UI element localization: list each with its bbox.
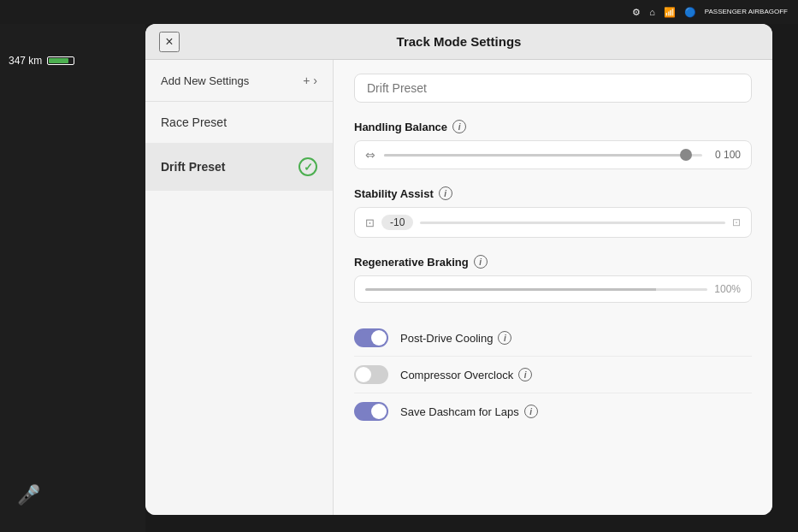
toggle-row-post-drive: Post-Drive Cooling i (354, 320, 752, 357)
sidebar-empty-space (145, 191, 333, 515)
stability-value-chip: -10 (381, 215, 413, 230)
regen-info-icon[interactable]: i (474, 255, 488, 269)
compressor-overclock-knob (356, 367, 371, 382)
regen-braking-section: Regenerative Braking i 100% (354, 255, 752, 303)
active-check-icon: ✓ (299, 157, 317, 176)
content-area: Handling Balance i ⇔ 0 100 Stability Ass… (334, 60, 772, 515)
range-value: 347 km (9, 55, 42, 67)
stability-assist-section: Stability Assist i ⊡ -10 ⊡ (354, 186, 752, 238)
regen-slider-value: 100% (714, 283, 741, 295)
status-bar: ⚙ ⌂ 📶 🔵 PASSENGER AIRBAGOFF (0, 0, 798, 24)
passenger-airbag-badge: PASSENGER AIRBAGOFF (705, 9, 788, 16)
compressor-overclock-label: Compressor Overclock i (400, 368, 532, 381)
stability-info-icon[interactable]: i (439, 186, 452, 200)
microphone-icon[interactable]: 🎤 (17, 484, 145, 506)
modal-title: Track Mode Settings (397, 34, 522, 49)
bluetooth-icon: 🔵 (684, 7, 696, 18)
regen-slider-track[interactable] (365, 288, 707, 291)
add-new-settings-item[interactable]: Add New Settings + › (145, 60, 333, 102)
handling-slider-value: 0 100 (711, 149, 741, 161)
battery-bar (47, 56, 74, 65)
status-right: ⚙ ⌂ 📶 🔵 PASSENGER AIRBAGOFF (632, 7, 788, 18)
stability-left-icon: ⊡ (365, 216, 375, 229)
post-drive-info-icon[interactable]: i (498, 331, 511, 345)
sidebar-item-drift-preset[interactable]: Drift Preset ✓ (145, 144, 333, 191)
modal-body: Add New Settings + › Race Preset Drift P… (145, 60, 772, 515)
add-new-icons: + › (303, 74, 317, 87)
handling-balance-section: Handling Balance i ⇔ 0 100 (354, 120, 752, 169)
handling-slider-icon: ⇔ (365, 148, 375, 162)
add-new-label: Add New Settings (161, 74, 249, 87)
sidebar: Add New Settings + › Race Preset Drift P… (145, 60, 334, 515)
arrow-icon: › (313, 74, 317, 87)
home-icon[interactable]: ⌂ (649, 7, 655, 17)
handling-balance-label: Handling Balance i (354, 120, 752, 133)
toggles-section: Post-Drive Cooling i Compressor Overcloc… (354, 320, 752, 429)
battery-indicator (47, 56, 74, 65)
wifi-icon: 📶 (664, 7, 676, 18)
compressor-info-icon[interactable]: i (518, 368, 532, 381)
toggle-row-dashcam: Save Dashcam for Laps i (354, 393, 752, 429)
stability-assist-label: Stability Assist i (354, 186, 752, 200)
regen-slider-container[interactable]: 100% (354, 275, 752, 303)
post-drive-cooling-label: Post-Drive Cooling i (400, 331, 511, 345)
save-dashcam-label: Save Dashcam for Laps i (400, 405, 538, 418)
drift-preset-label: Drift Preset (161, 160, 225, 174)
settings-icon[interactable]: ⚙ (632, 7, 641, 18)
stability-slider-container[interactable]: ⊡ -10 ⊡ (354, 207, 752, 238)
left-panel: 347 km 🎤 (0, 24, 145, 532)
handling-slider-fill (384, 154, 686, 157)
modal-header: × Track Mode Settings (145, 24, 772, 60)
handling-slider-container[interactable]: ⇔ 0 100 (354, 140, 752, 169)
sidebar-item-race-preset[interactable]: Race Preset (145, 102, 333, 144)
handling-info-icon[interactable]: i (452, 120, 466, 133)
preset-name-input[interactable] (354, 74, 752, 103)
toggle-row-compressor: Compressor Overclock i (354, 357, 752, 393)
regen-braking-label: Regenerative Braking i (354, 255, 752, 269)
dashcam-info-icon[interactable]: i (524, 405, 538, 418)
range-display: 347 km (9, 55, 74, 67)
post-drive-cooling-knob (371, 330, 387, 346)
handling-slider-track[interactable] (384, 154, 702, 157)
compressor-overclock-toggle[interactable] (354, 365, 388, 384)
race-preset-label: Race Preset (161, 115, 227, 129)
save-dashcam-toggle[interactable] (354, 402, 388, 421)
track-mode-modal: × Track Mode Settings Add New Settings +… (145, 24, 772, 515)
handling-slider-thumb[interactable] (680, 149, 692, 161)
post-drive-cooling-toggle[interactable] (354, 328, 388, 347)
plus-icon: + (303, 74, 310, 87)
battery-fill (49, 58, 68, 63)
stability-right-icon: ⊡ (732, 216, 741, 228)
close-button[interactable]: × (159, 32, 180, 52)
stability-slider-track[interactable] (420, 222, 725, 224)
save-dashcam-knob (371, 404, 387, 419)
